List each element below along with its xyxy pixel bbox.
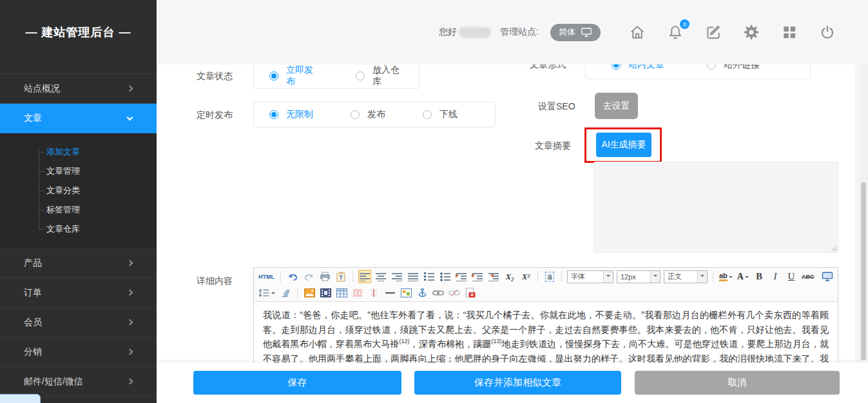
sidebar-item-products[interactable]: 产品	[0, 248, 157, 278]
sidebar-item-articles[interactable]: 文章	[0, 104, 157, 133]
radio-checked-icon	[269, 110, 278, 119]
home-icon[interactable]	[629, 24, 646, 41]
font-color-icon[interactable]: A	[737, 270, 749, 283]
detail-content-label: 详细内容	[197, 276, 233, 287]
radio-publish-now[interactable]: 立即发布	[269, 64, 317, 88]
align-center-icon[interactable]	[374, 270, 387, 283]
radio-publish[interactable]: 发布	[351, 109, 385, 120]
strikethrough-icon[interactable]: ABC	[801, 270, 815, 283]
first-line-indent-icon[interactable]	[455, 270, 468, 283]
anchor-icon[interactable]	[416, 286, 429, 299]
fullscreen-icon[interactable]	[821, 270, 834, 283]
underline-icon[interactable]: U	[785, 270, 798, 283]
cancel-button[interactable]: 取消	[635, 371, 840, 395]
insert-image-icon[interactable]	[303, 286, 316, 299]
image-map-icon[interactable]	[400, 286, 412, 299]
outdent-icon[interactable]	[487, 270, 500, 283]
seo-setup-button[interactable]: 去设置	[595, 93, 638, 119]
compose-icon[interactable]	[705, 24, 722, 41]
sidebar-item-mail-sms-wechat[interactable]: 邮件/短信/微信	[0, 367, 157, 397]
link-icon[interactable]	[432, 286, 445, 299]
align-justify-icon[interactable]	[407, 270, 420, 283]
radio-checked-icon	[612, 64, 621, 70]
radio-put-in-warehouse[interactable]: 放入仓库	[356, 64, 403, 88]
bell-icon[interactable]: 0	[667, 24, 684, 41]
subscript-icon[interactable]: X₂	[503, 270, 516, 283]
ai-generate-summary-button[interactable]: AI生成摘要	[596, 133, 651, 157]
footnote-marker: (12)	[399, 338, 409, 344]
sidebar-item-label: 站点概况	[24, 83, 60, 95]
superscript-icon[interactable]: X²	[519, 270, 532, 283]
font-family-select[interactable]: 字体	[567, 270, 613, 283]
ordered-list-icon[interactable]	[423, 270, 436, 283]
font-size-select[interactable]: 12px	[617, 270, 661, 283]
undo-icon[interactable]	[286, 270, 299, 283]
submenu-item-add-article[interactable]: 添加文章	[0, 142, 157, 162]
auto-typeset-icon[interactable]: a	[543, 270, 556, 283]
radio-unchecked-icon	[351, 110, 360, 119]
submenu-item-tag-manage[interactable]: 标签管理	[0, 200, 157, 220]
redo-icon[interactable]	[302, 270, 315, 283]
paragraph-format-select[interactable]: 正文	[664, 270, 708, 283]
radio-no-limit[interactable]: 无限制	[269, 109, 313, 120]
apps-icon[interactable]	[781, 24, 798, 41]
print-icon[interactable]	[318, 270, 331, 283]
chevron-down-icon	[650, 271, 660, 283]
insert-break-icon[interactable]	[367, 286, 380, 299]
line-height-icon[interactable]	[258, 286, 276, 299]
highlight-color-icon[interactable]: ab	[719, 270, 733, 283]
align-left-icon[interactable]	[358, 270, 371, 283]
remove-format-icon[interactable]	[279, 286, 292, 299]
chevron-down-icon	[697, 271, 707, 283]
chevron-right-icon	[127, 86, 133, 92]
radio-offline[interactable]: 下线	[423, 109, 458, 120]
summary-label: 文章摘要	[535, 140, 571, 152]
toolbar-row-2: A	[254, 285, 838, 301]
radio-external-link[interactable]: 站外链接	[707, 64, 760, 71]
indent-icon[interactable]	[471, 270, 484, 283]
chevron-right-icon	[127, 290, 133, 296]
resize-handle-icon[interactable]	[831, 245, 836, 251]
chevron-right-icon	[127, 319, 133, 326]
page-scrollbar-track	[859, 64, 868, 362]
power-icon[interactable]	[819, 24, 836, 41]
paste-as-text-icon[interactable]: T	[334, 270, 347, 283]
article-form-label: 文章形式	[530, 64, 566, 71]
radio-unchecked-icon	[423, 110, 432, 119]
unordered-list-icon[interactable]	[439, 270, 452, 283]
settings-icon[interactable]	[743, 24, 760, 41]
timed-publish-label: 定时发布	[197, 109, 233, 121]
red-annotation-box: AI生成摘要	[584, 127, 662, 163]
italic-icon[interactable]: I	[769, 270, 782, 283]
sidebar-item-label: 分销	[24, 346, 42, 358]
radio-internal-article[interactable]: 站内文章	[612, 64, 664, 71]
bold-icon[interactable]: B	[753, 270, 766, 283]
radio-checked-icon	[269, 71, 278, 80]
submenu-item-article-manage[interactable]: 文章管理	[0, 162, 157, 181]
sidebar-item-label: 会员	[24, 317, 42, 328]
save-and-add-similar-button[interactable]: 保存并添加相似文章	[414, 371, 621, 395]
timed-publish-radio-group: 无限制 发布 下线	[253, 102, 496, 127]
html-source-icon[interactable]: HTML	[258, 270, 275, 283]
align-right-icon[interactable]	[391, 270, 403, 283]
language-switch-button[interactable]: 简体	[550, 24, 601, 41]
sidebar-item-site-overview[interactable]: 站点概况	[0, 74, 157, 104]
sidebar-item-orders[interactable]: 订单	[0, 278, 157, 308]
insert-pdf-icon[interactable]: A	[464, 286, 477, 299]
submenu-item-article-warehouse[interactable]: 文章仓库	[0, 220, 157, 239]
sidebar-item-label: 文章	[24, 113, 42, 124]
page-scrollbar-thumb[interactable]	[861, 182, 866, 361]
unlink-icon[interactable]	[448, 286, 461, 299]
summary-textarea[interactable]	[593, 162, 838, 253]
horizontal-rule-icon[interactable]	[383, 286, 396, 299]
sidebar-item-members[interactable]: 会员	[0, 308, 157, 337]
sidebar-item-distribution[interactable]: 分销	[0, 337, 157, 367]
radio-unchecked-icon	[707, 64, 716, 70]
chevron-right-icon	[127, 349, 133, 355]
footer-action-bar: 保存 保存并添加相似文章 取消	[157, 362, 868, 403]
save-button[interactable]: 保存	[193, 371, 401, 395]
insert-table-icon[interactable]	[335, 286, 348, 299]
insert-video-icon[interactable]	[319, 286, 332, 299]
page-break-icon[interactable]	[351, 286, 364, 299]
submenu-item-article-category[interactable]: 文章分类	[0, 181, 157, 200]
